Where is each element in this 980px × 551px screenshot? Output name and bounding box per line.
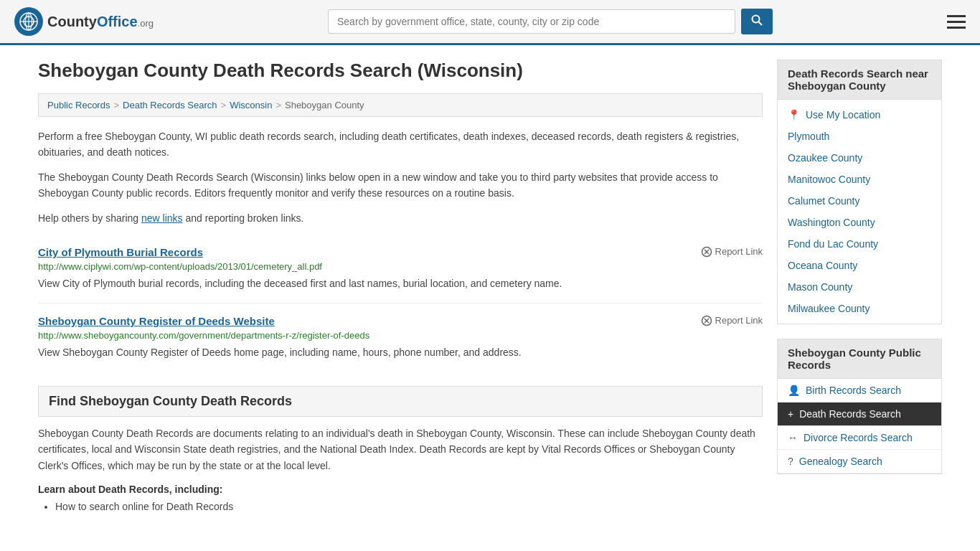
resources-container: City of Plymouth Burial Records Report L… — [38, 235, 763, 372]
pub-label-2: Divorce Records Search — [804, 432, 913, 443]
pub-icon-2: ↔ — [788, 432, 798, 443]
pub-label-3: Genealogy Search — [799, 456, 882, 467]
breadcrumb-sep-2: > — [221, 100, 227, 110]
description-1: Perform a free Sheboygan County, WI publ… — [38, 128, 763, 161]
logo-icon — [14, 7, 43, 36]
menu-bar-3 — [947, 27, 966, 29]
search-icon — [751, 14, 763, 26]
pub-icon-0: 👤 — [788, 385, 800, 396]
main-container: Sheboygan County Death Records Search (W… — [24, 45, 956, 529]
use-my-location-label: Use My Location — [806, 109, 880, 121]
pub-records-container: 👤Birth Records Search+Death Records Sear… — [778, 379, 941, 474]
breadcrumb-sep-1: > — [113, 100, 119, 110]
breadcrumb-death-records[interactable]: Death Records Search — [123, 100, 217, 110]
logo-area: CountyOffice.org — [14, 7, 154, 36]
use-my-location-link[interactable]: 📍 Use My Location — [778, 104, 941, 126]
pub-icon-3: ? — [788, 456, 793, 467]
search-input[interactable] — [328, 9, 735, 34]
resource-desc-0: View City of Plymouth burial records, in… — [38, 276, 763, 291]
pub-label-0: Birth Records Search — [806, 385, 901, 396]
breadcrumb-public-records[interactable]: Public Records — [47, 100, 110, 110]
resource-url-0[interactable]: http://www.ciplywi.com/wp-content/upload… — [38, 261, 763, 272]
nearby-links: 📍 Use My Location PlymouthOzaukee County… — [778, 100, 941, 324]
nearby-link-4[interactable]: Washington County — [778, 212, 941, 233]
menu-button[interactable] — [947, 15, 966, 29]
page-title: Sheboygan County Death Records Search (W… — [38, 60, 763, 82]
learn-list: How to search online for Death Records — [38, 501, 763, 512]
report-icon — [701, 315, 712, 326]
main-content: Sheboygan County Death Records Search (W… — [38, 60, 763, 515]
breadcrumb-sep-3: > — [275, 100, 281, 110]
resource-title-0[interactable]: City of Plymouth Burial Records — [38, 246, 203, 258]
location-icon: 📍 — [788, 109, 800, 121]
section-body: Sheboygan County Death Records are docum… — [38, 425, 763, 474]
description-3-text: Help others by sharing — [38, 212, 138, 224]
new-links-link[interactable]: new links — [141, 212, 183, 224]
pub-record-link-1[interactable]: +Death Records Search — [778, 402, 941, 426]
nearby-link-7[interactable]: Mason County — [778, 276, 941, 298]
description-2: The Sheboygan County Death Records Searc… — [38, 169, 763, 202]
public-records-box: Sheboygan County Public Records 👤Birth R… — [777, 339, 942, 474]
breadcrumb-wisconsin[interactable]: Wisconsin — [230, 100, 272, 110]
section-heading: Find Sheboygan County Death Records — [38, 386, 763, 417]
breadcrumb-current: Sheboygan County — [285, 100, 364, 110]
resource-item: City of Plymouth Burial Records Report L… — [38, 235, 763, 303]
resource-item: Sheboygan County Register of Deeds Websi… — [38, 303, 763, 372]
nearby-box: Death Records Search near Sheboygan Coun… — [777, 60, 942, 324]
resource-header: Sheboygan County Register of Deeds Websi… — [38, 315, 763, 327]
menu-bar-2 — [947, 21, 966, 23]
nearby-title: Death Records Search near Sheboygan Coun… — [778, 60, 941, 100]
resource-header: City of Plymouth Burial Records Report L… — [38, 246, 763, 258]
nearby-link-5[interactable]: Fond du Lac County — [778, 233, 941, 255]
search-button[interactable] — [741, 9, 773, 34]
pub-record-link-0[interactable]: 👤Birth Records Search — [778, 379, 941, 402]
sidebar: Death Records Search near Sheboygan Coun… — [777, 60, 942, 515]
search-bar — [328, 9, 773, 34]
header: CountyOffice.org — [0, 0, 980, 45]
description-3: Help others by sharing new links and rep… — [38, 210, 763, 226]
nearby-link-8[interactable]: Milwaukee County — [778, 298, 941, 319]
logo-text: CountyOffice.org — [47, 14, 154, 30]
nearby-link-0[interactable]: Plymouth — [778, 126, 941, 147]
nearby-link-6[interactable]: Oceana County — [778, 255, 941, 276]
resource-url-1[interactable]: http://www.sheboygancounty.com/governmen… — [38, 330, 763, 341]
breadcrumb: Public Records > Death Records Search > … — [38, 93, 763, 117]
report-link-1[interactable]: Report Link — [701, 315, 763, 326]
pub-record-link-2[interactable]: ↔Divorce Records Search — [778, 426, 941, 450]
learn-item: How to search online for Death Records — [55, 501, 763, 512]
public-records-title: Sheboygan County Public Records — [778, 339, 941, 379]
menu-bar-1 — [947, 15, 966, 17]
resource-title-1[interactable]: Sheboygan County Register of Deeds Websi… — [38, 315, 275, 327]
learn-heading: Learn about Death Records, including: — [38, 484, 763, 495]
report-link-0[interactable]: Report Link — [701, 246, 763, 258]
pub-label-1: Death Records Search — [799, 408, 901, 420]
pub-icon-1: + — [788, 408, 793, 420]
svg-line-6 — [758, 22, 762, 26]
nearby-link-2[interactable]: Manitowoc County — [778, 169, 941, 190]
logo-svg — [19, 12, 38, 31]
resource-desc-1: View Sheboygan County Register of Deeds … — [38, 345, 763, 360]
nearby-link-1[interactable]: Ozaukee County — [778, 147, 941, 169]
nearby-links-container: PlymouthOzaukee CountyManitowoc CountyCa… — [778, 126, 941, 319]
pub-record-link-3[interactable]: ?Genealogy Search — [778, 450, 941, 474]
svg-point-5 — [752, 16, 759, 23]
description-3b-text: and reporting broken links. — [185, 212, 303, 224]
report-icon — [701, 246, 712, 258]
nearby-link-3[interactable]: Calumet County — [778, 190, 941, 212]
